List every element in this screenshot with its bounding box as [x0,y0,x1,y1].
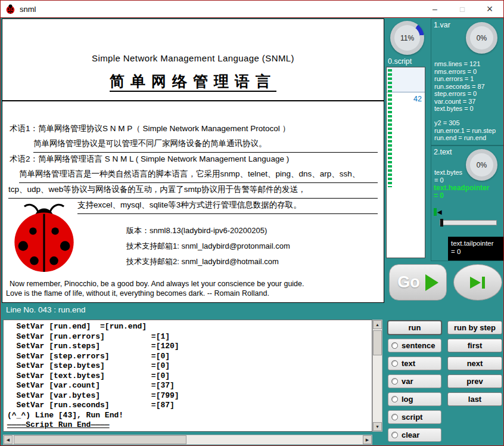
vertical-scroll-thumb[interactable] [373,330,382,355]
stat-line: y2 = 305 [434,119,496,127]
text-bytes-label: text.bytes = 0 [434,169,462,184]
text-headpointer-label: text.headpointer = 0 [434,184,489,200]
ladybug-illustration [13,202,75,273]
radio-option[interactable]: text [388,357,441,370]
app-window: snml – □ × Simple Network Management Lan… [0,0,504,446]
text-pointer-slider[interactable] [440,220,497,225]
status-bar-text: Line No. 043 : run.end [6,305,86,314]
var-stats-list-2: y2 = 305run.error.1 = run.steprun.end = … [434,119,496,142]
var-progress-gauge: 0% [466,22,497,54]
marker-left-arrow-icon: ◀ [437,208,442,216]
text-progress-gauge: 0% [466,149,497,181]
skip-forward-icon [469,275,487,290]
var-gauge-value: 0% [477,34,487,42]
horizontal-scroll-thumb[interactable] [14,435,186,444]
script-progress-gauge: 11% [390,21,424,55]
stat-line: nms.lines = 121 [434,60,485,68]
left-control-column: run sentence text var [388,321,441,442]
window-title: snml [20,5,421,14]
radio-option-label: clear [402,430,419,439]
console-line: SetVar [run.errors] =[1] [7,332,368,342]
close-button[interactable]: × [476,1,503,17]
play-icon [425,274,438,291]
document-area: Simple Network Management Language (SNML… [2,18,384,303]
term1-heading: 术语1：简单网络管理协议S N M P（ Simple Network Mana… [10,123,290,134]
stat-line: var.count = 37 [434,98,485,106]
radio-option-label: log [402,395,413,404]
text-bytes-line1: text.bytes [434,169,462,176]
radio-option[interactable]: clear [388,428,441,442]
var-stats-list: nms.lines = 121nms.errors = 0run.errors … [434,60,485,113]
doc-title-chinese: 简单网络管理语言 [2,72,384,91]
radio-option[interactable]: var [388,374,441,388]
run-button[interactable]: run [388,321,441,335]
slider-handle[interactable] [440,219,443,227]
term1-description: 简单网络管理协议是可以管理不同厂家网络设备的简单通讯协议。 [33,138,378,153]
scroll-down-button[interactable]: ▼ [373,422,382,431]
script-line-list[interactable]: 42 [386,67,425,258]
script-gauge-value: 11% [400,34,414,42]
nav-button[interactable]: next [447,357,502,370]
console-line: SetVar [run.seconds] =[87] [7,401,368,411]
text-gauge-value: 0% [477,161,487,169]
stat-line: run.seconds = 87 [434,83,485,91]
marker-bar-icon [434,208,437,216]
term2-description-2: tcp、udp、web等协议与网络设备的互动，内置了smtp协议用于告警等邮件的… [8,184,378,199]
console-line: SetVar [run.end] =[run.end] [7,322,368,332]
console-horizontal-scrollbar[interactable]: ◀ ▶ [3,435,372,445]
term2-heading: 术语2：简单网络管理语言 S N M L ( Simple Network Ma… [10,154,289,165]
go-button[interactable]: Go [389,264,447,301]
headpointer-line2: = 0 [434,192,489,200]
console-line: SetVar [step.errors] =[0] [7,352,368,362]
quote-line-2: Love is the flame of life, without it, e… [6,289,269,298]
title-bar: snml – □ × [1,1,503,18]
var-panel: 1.var 0% nms.lines = 121nms.errors = 0ru… [431,18,504,145]
console-output[interactable]: SetVar [run.end] =[run.end] SetVar [run.… [3,320,372,432]
support-email-1: 技术支持邮箱1: snml_ladybird@protonmail.com [126,241,290,252]
maximize-button[interactable]: □ [449,1,476,17]
term2-description-1: 简单网络管理语言是一种类自然语言的脚本语言，它采用snmp、telnet、pin… [19,169,378,183]
radio-icon [391,360,398,367]
console-line: SetVar [var.count] =[37] [7,381,368,391]
var-panel-title: 1.var [434,21,450,29]
minimize-button[interactable]: – [421,1,449,17]
quote-line-1: Now remember, Pinocchio, be a good boy. … [10,280,304,288]
scroll-left-button[interactable]: ◀ [4,435,13,444]
stat-line: nms.errors = 0 [434,68,485,76]
radio-icon [391,396,398,402]
script-list-header [387,67,425,92]
console-vertical-scrollbar[interactable]: ▲ ▼ [372,320,382,432]
radio-icon [391,414,398,420]
nav-button[interactable]: last [447,392,502,406]
scroll-right-button[interactable]: ▶ [363,435,372,444]
text-panel: 2.text 0% text.bytes = 0 text.headpointe… [431,145,504,261]
console-line: (^_^) Line [43], Run End! [7,411,368,421]
nav-button[interactable]: prev [447,374,502,388]
nav-button[interactable]: first [447,339,502,352]
stat-line: run.end = run.end [434,134,496,142]
stat-line: step.errors = 0 [434,90,485,98]
support-email-2: 技术支持邮箱2: snml_ladybird@hotmail.com [126,256,279,267]
run-by-step-button[interactable]: run by step [447,321,502,335]
ladybug-app-icon [5,4,15,14]
right-control-column: run by step first next prev last [447,321,502,406]
radio-option[interactable]: sentence [388,339,441,352]
console-line: SetVar [step.bytes] =[0] [7,361,368,371]
term2-description-3: 支持excel、mysql、sqlite等3种方式进行管理信息数据的存取。 [77,200,378,214]
console-panel: SetVar [run.end] =[run.end] SetVar [run.… [3,320,382,445]
radio-option-label: var [402,377,413,386]
text-panel-title: 2.text [434,148,452,156]
go-button-label: Go [397,273,420,292]
scroll-up-button[interactable]: ▲ [373,320,382,329]
head-pointer-marker-icon: ◀ [434,208,442,216]
step-forward-button[interactable] [453,264,502,301]
radio-option[interactable]: log [388,392,441,406]
console-line: SetVar [var.bytes] =[799] [7,391,368,401]
tailpointer-line1: text.tailpointer [451,239,501,247]
radio-icon [391,378,398,385]
radio-option-label: script [402,413,422,422]
radio-option[interactable]: script [388,410,441,424]
text-tailpointer-label: text.tailpointer = 0 [448,237,504,261]
version-text: 版本：snml8.13(ladybird-ipv6-20200205) [126,225,267,236]
script-section-label: 0.script [388,57,412,66]
